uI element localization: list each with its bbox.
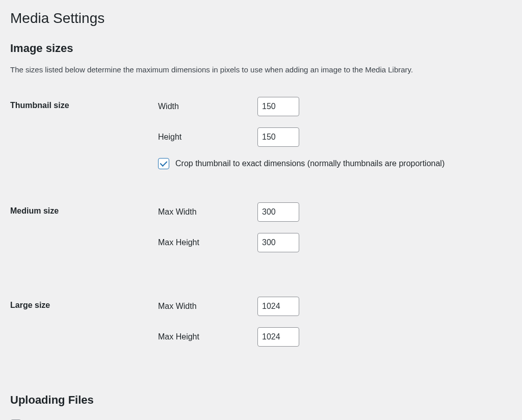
image-sizes-description: The sizes listed below determine the max… (10, 65, 512, 74)
medium-size-label: Medium size (10, 197, 158, 269)
thumbnail-width-input[interactable] (257, 97, 299, 116)
large-max-width-label: Max Width (158, 302, 257, 311)
medium-max-width-input[interactable] (257, 202, 299, 222)
large-max-width-input[interactable] (257, 297, 299, 316)
large-size-label: Large size (10, 292, 158, 363)
crop-thumbnail-checkbox[interactable] (158, 158, 169, 169)
large-max-height-input[interactable] (257, 327, 299, 347)
page-title: Media Settings (10, 10, 512, 27)
thumbnail-width-label: Width (158, 102, 257, 111)
large-max-height-label: Max Height (158, 332, 257, 342)
uploading-files-heading: Uploading Files (10, 393, 512, 407)
thumbnail-height-label: Height (158, 133, 257, 142)
image-sizes-heading: Image sizes (10, 42, 512, 55)
crop-thumbnail-label[interactable]: Crop thumbnail to exact dimensions (norm… (175, 159, 445, 168)
medium-max-height-label: Max Height (158, 238, 257, 247)
medium-max-height-input[interactable] (257, 233, 299, 252)
medium-max-width-label: Max Width (158, 207, 257, 217)
thumbnail-height-input[interactable] (257, 127, 299, 147)
thumbnail-size-label: Thumbnail size (10, 92, 158, 174)
